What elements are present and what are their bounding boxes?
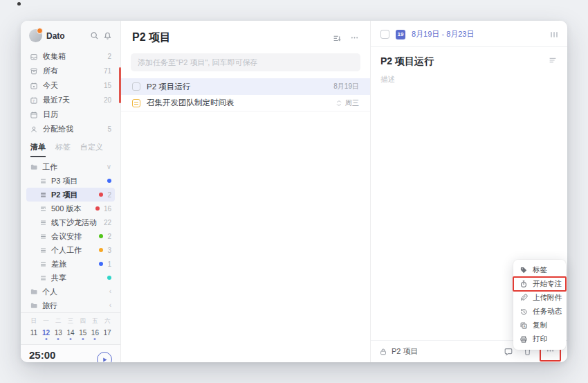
menu-item-duplicate[interactable]: A 复制 bbox=[513, 319, 566, 332]
priority-icon[interactable] bbox=[551, 32, 558, 37]
sidebar-item-personal-work[interactable]: 个人工作 3 bbox=[26, 243, 115, 257]
color-dot bbox=[99, 248, 103, 252]
paperclip-icon bbox=[520, 294, 528, 302]
nav-label: 日历 bbox=[43, 109, 107, 120]
menu-item-tags[interactable]: 标签 bbox=[513, 263, 566, 277]
folder-label: 工作 bbox=[42, 162, 102, 172]
list-icon bbox=[39, 247, 47, 254]
calendar-week-icon: 7 bbox=[30, 96, 38, 105]
printer-icon bbox=[520, 335, 528, 344]
calendar-date[interactable]: 17 bbox=[101, 329, 113, 341]
nav-label: 最近7天 bbox=[43, 95, 99, 105]
cursor-dot bbox=[17, 2, 21, 6]
folder-label: 旅行 bbox=[42, 301, 105, 311]
list-label: 共享 bbox=[51, 273, 103, 283]
task-row[interactable]: P2 项目运行 8月19日 bbox=[121, 78, 370, 95]
folder-travel[interactable]: 旅行 ‹ bbox=[26, 299, 115, 312]
menu-item-task-activity[interactable]: 任务动态 bbox=[513, 305, 566, 319]
detail-title[interactable]: P2 项目运行 bbox=[380, 55, 548, 68]
list-count: 1 bbox=[107, 260, 111, 268]
calendar-today-icon bbox=[30, 82, 38, 90]
list-icon bbox=[39, 191, 47, 199]
sidebar-item-inbox[interactable]: 收集箱 2 bbox=[26, 49, 115, 64]
folder-personal[interactable]: 个人 ‹ bbox=[26, 285, 115, 299]
calendar-date[interactable]: 15 bbox=[77, 329, 89, 341]
list-label: 线下沙龙活动 bbox=[51, 217, 100, 228]
color-dot bbox=[99, 234, 103, 238]
list-tree: 工作 ∨ P3 项目 P2 项目 2 500 版本 bbox=[21, 160, 120, 312]
user-row[interactable]: Dato bbox=[21, 26, 120, 49]
weekday: 日 bbox=[28, 317, 40, 329]
sidebar-item-assigned-to-me[interactable]: 分配给我 5 bbox=[26, 122, 115, 136]
tab-lists[interactable]: 清单 bbox=[30, 142, 46, 157]
annotation-line bbox=[119, 67, 121, 103]
svg-text:7: 7 bbox=[33, 99, 35, 103]
more-icon[interactable] bbox=[350, 33, 359, 42]
task-row[interactable]: 召集开发团队制定时间表 周三 bbox=[121, 95, 370, 112]
sidebar-item-next7days[interactable]: 7 最近7天 20 bbox=[26, 93, 115, 107]
list-label: 差旅 bbox=[51, 259, 95, 269]
avatar[interactable] bbox=[29, 29, 42, 42]
chevron-right-icon[interactable]: ‹ bbox=[109, 288, 111, 295]
list-count: 22 bbox=[104, 219, 111, 226]
sidebar-item-all[interactable]: 所有 71 bbox=[26, 64, 115, 78]
sidebar-item-business-trip[interactable]: 差旅 1 bbox=[26, 257, 115, 271]
task-date: 8月19日 bbox=[333, 82, 359, 91]
weekday: 五 bbox=[89, 317, 102, 329]
svg-text:A: A bbox=[524, 325, 526, 328]
menu-item-upload-attachment[interactable]: 上传附件 bbox=[513, 291, 566, 305]
calendar-date[interactable]: 11 bbox=[28, 329, 40, 341]
notification-bell-icon[interactable] bbox=[103, 31, 112, 40]
add-task-input[interactable] bbox=[131, 53, 360, 71]
list-icon bbox=[39, 260, 47, 268]
task-checkbox[interactable] bbox=[132, 82, 140, 91]
detail-checkbox[interactable] bbox=[380, 30, 389, 39]
menu-item-label: 打印 bbox=[533, 335, 547, 344]
search-icon[interactable] bbox=[90, 31, 99, 40]
sidebar-item-meetings[interactable]: 会议安排 2 bbox=[26, 229, 115, 243]
chevron-right-icon[interactable]: ‹ bbox=[109, 302, 111, 309]
sidebar-item-p3-project[interactable]: P3 项目 bbox=[26, 174, 115, 188]
menu-item-print[interactable]: 打印 bbox=[513, 332, 566, 346]
tab-custom[interactable]: 自定义 bbox=[80, 142, 103, 157]
nav-label: 收集箱 bbox=[43, 51, 102, 62]
sidebar-item-500-version[interactable]: 500 版本 16 bbox=[26, 202, 115, 215]
calendar-date[interactable]: 16 bbox=[89, 329, 102, 341]
calendar-date-today[interactable]: 12 bbox=[40, 329, 53, 341]
sidebar-item-p2-project[interactable]: P2 项目 2 bbox=[26, 188, 115, 202]
color-dot bbox=[99, 193, 103, 197]
outline-icon[interactable] bbox=[548, 55, 558, 68]
nav-count: 5 bbox=[107, 125, 111, 133]
sidebar-item-shared[interactable]: 共享 bbox=[26, 271, 115, 285]
pomodoro-bar: 25:00 开始专注 bbox=[21, 344, 120, 362]
nav-count: 2 bbox=[107, 53, 111, 60]
date-range[interactable]: 8月19日 - 8月23日 bbox=[412, 29, 544, 39]
sidebar-item-today[interactable]: 今天 15 bbox=[26, 78, 115, 93]
play-button[interactable] bbox=[97, 352, 112, 362]
color-dot bbox=[107, 276, 111, 280]
description-placeholder[interactable]: 描述 bbox=[380, 75, 558, 84]
weekday: 二 bbox=[52, 317, 64, 329]
sort-icon[interactable] bbox=[332, 33, 342, 43]
list-label: 个人工作 bbox=[51, 245, 95, 256]
tab-tags[interactable]: 标签 bbox=[55, 142, 71, 157]
folder-work[interactable]: 工作 ∨ bbox=[26, 160, 115, 174]
nav-count: 20 bbox=[104, 96, 111, 104]
sidebar-item-calendar[interactable]: 日历 bbox=[26, 107, 115, 122]
chevron-down-icon[interactable]: ∨ bbox=[107, 163, 111, 170]
calendar-date[interactable]: 14 bbox=[64, 329, 77, 341]
sidebar-item-offline-salon[interactable]: 线下沙龙活动 22 bbox=[26, 215, 115, 229]
sidebar: Dato 收集箱 2 所有 71 bbox=[21, 21, 121, 362]
mini-calendar[interactable]: 日 一 二 三 四 五 六 11 12 13 14 15 16 17 bbox=[21, 312, 120, 344]
list-count: 2 bbox=[107, 191, 111, 199]
menu-item-start-focus[interactable]: 开始专注 bbox=[513, 277, 566, 291]
comment-icon[interactable] bbox=[504, 347, 513, 357]
task-checkbox-priority[interactable] bbox=[132, 99, 140, 107]
smart-list-icon bbox=[39, 205, 47, 213]
footer-list-name[interactable]: P2 项目 bbox=[392, 346, 499, 357]
nav-count: 71 bbox=[104, 67, 111, 75]
sidebar-nav: 收集箱 2 所有 71 今天 15 7 最近7天 20 bbox=[21, 49, 120, 136]
menu-item-label: 标签 bbox=[533, 265, 547, 275]
list-icon bbox=[39, 274, 47, 282]
calendar-date[interactable]: 13 bbox=[52, 329, 64, 341]
